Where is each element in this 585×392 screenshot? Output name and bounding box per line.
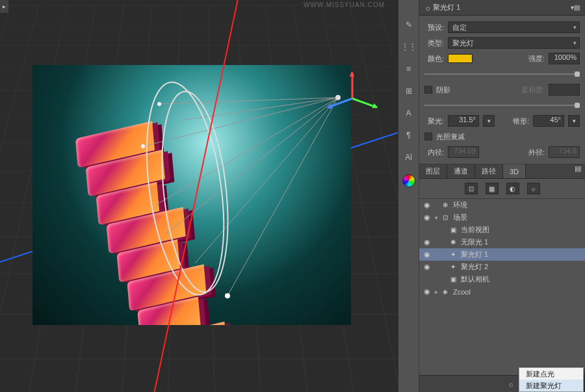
twisty-icon[interactable]: ▾ (432, 215, 440, 221)
properties-panel: ✎ ⋮⋮ ≡ ⊞ A ¶ Al ☼ 聚光灯 1 ▾▤ 预设: 自定 类型: 聚光… (398, 0, 585, 392)
light-icon: ☼ (424, 4, 431, 12)
three-d-viewport[interactable]: ▸ WWW.MISSYUAN.COM (0, 0, 398, 392)
tree-current-view[interactable]: ▣ 当前视图 (419, 224, 585, 236)
tree-spotlight-1[interactable]: ◉ ✦ 聚光灯 1 (419, 248, 585, 261)
filter-scene-btn[interactable]: ⊡ (465, 183, 478, 194)
panel-tabs: 图层 通道 路径 3D ▤ (419, 164, 585, 179)
tab-channels[interactable]: 通道 (447, 164, 475, 178)
svg-point-11 (157, 102, 161, 106)
scene-icon: ⊡ (440, 213, 450, 222)
properties-header: ☼ 聚光灯 1 ▾▤ (419, 0, 585, 16)
gizmo-axis-y[interactable] (352, 73, 354, 99)
intensity-input[interactable]: 1000% (549, 53, 580, 64)
svg-line-0 (159, 98, 338, 104)
grid-icon[interactable]: ⊞ (403, 86, 415, 96)
outer-input: 734.8 (549, 146, 580, 158)
cone-label: 锥形: (513, 116, 529, 126)
light-properties-group: 预设: 自定 类型: 聚光灯 颜色: 强度: 1000% 阴影 柔和度 (419, 16, 585, 164)
twisty-icon[interactable]: ▸ (432, 289, 440, 295)
svg-line-5 (182, 98, 338, 120)
brush-tool-icon[interactable]: ✎ (403, 20, 415, 30)
svg-point-10 (225, 293, 230, 298)
hotspot-deg-btn[interactable]: ▾ (483, 115, 495, 127)
tree-scene[interactable]: ◉ ▾ ⊡ 场景 (419, 211, 585, 224)
falloff-checkbox[interactable] (424, 133, 432, 140)
transform-gizmo[interactable] (326, 72, 378, 124)
expand-panel-arrow[interactable]: ▸ (0, 0, 9, 13)
visibility-toggle[interactable]: ◉ (422, 201, 432, 209)
environment-icon: ✻ (440, 201, 450, 210)
scene-tree: ◉ ✻ 环境 ◉ ▾ ⊡ 场景 ▣ 当前视图 ◉ ✺ 无限光 1 (419, 199, 585, 375)
shadow-label: 阴影 (436, 85, 450, 95)
outer-label: 外径: (528, 148, 545, 157)
cone-input[interactable]: 45° (533, 115, 564, 127)
hotspot-label: 聚光: (424, 116, 444, 126)
camera-icon: ▣ (448, 275, 458, 284)
falloff-label: 光照衰减 (436, 132, 465, 142)
properties-title: 聚光灯 1 (433, 3, 460, 12)
tabs-flyout-icon[interactable]: ▤ (571, 164, 585, 178)
tree-infinite-light[interactable]: ◉ ✺ 无限光 1 (419, 236, 585, 248)
extruded-text-object[interactable] (75, 109, 224, 325)
light-icon: ✺ (448, 238, 458, 247)
tree-zcool[interactable]: ◉ ▸ ◈ Zcool (419, 285, 585, 298)
gizmo-axis-z[interactable] (328, 98, 353, 108)
hotspot-input[interactable]: 31.5° (448, 115, 479, 127)
preset-label: 预设: (424, 23, 444, 33)
tab-layers[interactable]: 图层 (419, 164, 447, 178)
options-icon[interactable]: ⋮⋮ (403, 42, 415, 52)
visibility-toggle[interactable]: ◉ (422, 213, 432, 222)
tab-3d[interactable]: 3D (503, 164, 526, 178)
mesh-icon: ◈ (440, 287, 450, 296)
paragraph-icon[interactable]: ¶ (403, 130, 415, 140)
tab-paths[interactable]: 路径 (475, 164, 503, 178)
panel-flyout-icon[interactable]: ▾▤ (571, 4, 580, 11)
new-light-context-menu: 新建点光 新建聚光灯 (519, 367, 584, 392)
inner-label: 内径: (424, 148, 444, 157)
softness-input (549, 84, 580, 96)
svg-line-4 (228, 98, 338, 296)
color-wheel-icon[interactable] (402, 174, 415, 187)
inner-input: 734.69 (448, 146, 479, 158)
tree-environment[interactable]: ◉ ✻ 环境 (419, 199, 585, 211)
softness-label: 柔和度: (521, 85, 545, 95)
filter-material-btn[interactable]: ◐ (506, 183, 519, 194)
tree-default-camera[interactable]: ▣ 默认相机 (419, 273, 585, 285)
type-dropdown[interactable]: 聚光灯 (448, 37, 580, 49)
softness-slider (424, 101, 580, 109)
visibility-toggle[interactable]: ◉ (422, 238, 432, 246)
new-light-btn[interactable]: ☼ (506, 379, 516, 389)
svg-line-3 (195, 98, 338, 263)
filter-mesh-btn[interactable]: ▦ (486, 183, 499, 194)
scene-filter-toolbar: ⊡ ▦ ◐ ☼ (419, 179, 585, 199)
camera-icon: ▣ (448, 226, 458, 235)
visibility-toggle[interactable]: ◉ (422, 263, 432, 271)
vertical-toolbar: ✎ ⋮⋮ ≡ ⊞ A ¶ Al (398, 0, 419, 392)
gizmo-axis-x[interactable] (352, 98, 377, 108)
tree-spotlight-2[interactable]: ◉ ✦ 聚光灯 2 (419, 261, 585, 273)
menu-new-spot-light[interactable]: 新建聚光灯 (519, 380, 583, 391)
intensity-label: 强度: (528, 54, 545, 64)
align-icon[interactable]: ≡ (403, 64, 415, 74)
styles-icon[interactable]: Al (403, 152, 415, 163)
filter-light-btn[interactable]: ☼ (527, 183, 540, 194)
intensity-slider[interactable] (424, 70, 580, 78)
color-swatch[interactable] (448, 54, 473, 63)
watermark: WWW.MISSYUAN.COM (304, 1, 385, 8)
visibility-toggle[interactable]: ◉ (422, 250, 432, 259)
visibility-toggle[interactable]: ◉ (422, 287, 432, 296)
color-label: 颜色: (424, 54, 444, 64)
shadow-checkbox[interactable] (424, 86, 432, 94)
type-label: 类型: (424, 38, 444, 48)
preset-dropdown[interactable]: 自定 (448, 21, 580, 33)
menu-new-point-light[interactable]: 新建点光 (519, 368, 583, 380)
spotlight-icon: ✦ (448, 250, 458, 259)
cone-deg-btn[interactable]: ▾ (568, 115, 580, 127)
spotlight-icon: ✦ (448, 263, 458, 272)
render-canvas[interactable] (32, 65, 351, 325)
type-icon[interactable]: A (403, 108, 415, 118)
panel-body: ☼ 聚光灯 1 ▾▤ 预设: 自定 类型: 聚光灯 颜色: 强度: 1000% (419, 0, 585, 392)
